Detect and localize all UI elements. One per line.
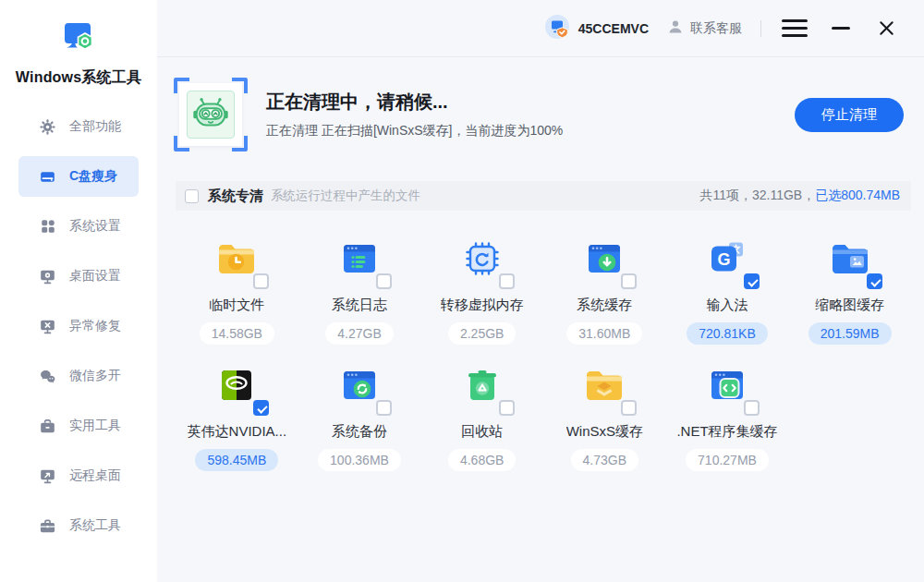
sidebar-item-all-functions[interactable]: 全部功能 xyxy=(18,106,139,147)
item-size-badge: 2.25GB xyxy=(448,322,516,345)
sidebar-item-desktop-settings[interactable]: 桌面设置 xyxy=(18,256,139,297)
person-icon xyxy=(667,18,684,39)
item-size-badge: 710.27MB xyxy=(686,449,769,471)
item-label: 缩略图缓存 xyxy=(815,297,884,314)
sidebar: Windows系统工具 全部功能 xyxy=(0,0,157,582)
gear-icon xyxy=(39,118,56,136)
sidebar-item-c-drive-slim[interactable]: C盘瘦身 xyxy=(18,156,139,197)
sidebar-item-label: 微信多开 xyxy=(69,368,121,384)
robot-scan-icon xyxy=(174,78,248,152)
item-size-badge: 4.27GB xyxy=(325,322,393,345)
cleanup-item-winsxs-cache[interactable]: WinSxS缓存 4.73GB xyxy=(543,358,666,471)
item-label: WinSxS缓存 xyxy=(566,423,643,441)
select-all-checkbox[interactable] xyxy=(185,189,199,203)
item-checkbox[interactable] xyxy=(253,400,269,416)
item-checkbox[interactable] xyxy=(744,273,760,289)
brand: Windows系统工具 xyxy=(0,0,157,88)
titlebar-divider xyxy=(760,20,761,37)
app-logo-icon xyxy=(57,46,100,62)
cleanup-item-system-cache[interactable]: 系统缓存 31.60MB xyxy=(543,231,666,345)
cleanup-item-nvidia[interactable]: 英伟达NVIDIA... 598.45MB xyxy=(176,358,298,471)
item-checkbox[interactable] xyxy=(867,273,882,289)
account[interactable]: 45CCEMVC xyxy=(544,14,649,43)
cleanup-item-input-method[interactable]: G 输入法 720.81KB xyxy=(666,231,789,345)
section-selected-size: 已选800.74MB xyxy=(815,188,900,202)
item-checkbox[interactable] xyxy=(499,400,515,416)
item-size-badge: 4.68GB xyxy=(448,449,516,471)
item-label: 转移虚拟内存 xyxy=(441,297,524,314)
item-label: 英伟达NVIDIA... xyxy=(188,423,287,441)
section-title: 系统专清 xyxy=(208,188,263,205)
item-size-badge: 100.36MB xyxy=(318,449,401,471)
item-label: .NET程序集缓存 xyxy=(676,423,777,441)
window-code-icon xyxy=(705,363,749,407)
sidebar-item-remote-desktop[interactable]: 远程桌面 xyxy=(18,455,139,496)
item-size-badge: 598.45MB xyxy=(195,449,278,471)
sidebar-nav: 全部功能 C盘瘦身 系 xyxy=(0,106,157,546)
section-summary: 共11项，32.11GB，已选800.74MB xyxy=(699,188,900,204)
item-label: 系统日志 xyxy=(332,297,387,314)
item-label: 系统备份 xyxy=(332,423,387,441)
window-log-icon xyxy=(337,236,382,281)
item-size-badge: 14.58GB xyxy=(200,322,274,345)
sidebar-item-system-settings[interactable]: 系统设置 xyxy=(18,206,139,247)
cleanup-items-grid: 临时文件 14.58GB 系统日志 4.27GB xyxy=(176,231,911,471)
item-size-badge: 201.59MB xyxy=(808,322,892,345)
item-checkbox[interactable] xyxy=(376,400,392,416)
wechat-bubbles-icon xyxy=(39,368,56,385)
cleanup-item-temp-files[interactable]: 临时文件 14.58GB xyxy=(176,231,298,345)
cpu-chip-icon xyxy=(460,236,505,281)
sidebar-item-label: 异常修复 xyxy=(69,318,121,334)
minimize-button[interactable] xyxy=(832,18,854,39)
account-name: 45CCEMVC xyxy=(578,21,649,36)
close-button[interactable] xyxy=(876,18,896,39)
window-download-icon xyxy=(582,236,626,281)
sidebar-item-label: 实用工具 xyxy=(69,418,121,434)
section-header: 系统专清 系统运行过程中产生的文件 共11项，32.11GB，已选800.74M… xyxy=(176,181,911,211)
contact-support-label: 联系客服 xyxy=(690,20,742,37)
cleanup-item-virtual-memory[interactable]: 转移虚拟内存 2.25GB xyxy=(420,231,543,345)
item-label: 临时文件 xyxy=(209,297,264,314)
item-label: 输入法 xyxy=(706,297,748,314)
svg-text:G: G xyxy=(717,250,730,269)
sidebar-item-label: 系统设置 xyxy=(69,218,121,235)
stop-cleaning-button[interactable]: 停止清理 xyxy=(795,98,904,132)
item-checkbox[interactable] xyxy=(621,400,637,416)
item-checkbox[interactable] xyxy=(253,273,269,289)
desktop-gear-icon xyxy=(39,268,56,285)
item-checkbox[interactable] xyxy=(744,400,760,416)
contact-support-button[interactable]: 联系客服 xyxy=(667,18,742,39)
section-totals: 共11项，32.11GB， xyxy=(699,188,815,202)
menu-button[interactable] xyxy=(782,18,808,39)
sidebar-item-wechat-multi[interactable]: 微信多开 xyxy=(18,356,139,396)
briefcase-icon xyxy=(39,517,56,535)
folder-clock-icon xyxy=(214,236,259,281)
hard-disk-icon xyxy=(39,168,56,186)
item-size-badge: 31.60MB xyxy=(566,322,642,345)
section-description: 系统运行过程中产生的文件 xyxy=(271,188,420,204)
sidebar-item-utilities[interactable]: 实用工具 xyxy=(18,406,139,446)
item-checkbox[interactable] xyxy=(621,273,637,289)
account-avatar-icon xyxy=(544,14,570,43)
cleanup-item-system-log[interactable]: 系统日志 4.27GB xyxy=(298,231,421,345)
sidebar-item-system-tools[interactable]: 系统工具 xyxy=(18,505,139,546)
remote-desktop-icon xyxy=(39,467,56,485)
cleanup-item-dotnet-cache[interactable]: .NET程序集缓存 710.27MB xyxy=(666,358,789,471)
repair-monitor-icon xyxy=(39,318,56,335)
sidebar-item-error-repair[interactable]: 异常修复 xyxy=(18,306,139,346)
item-size-badge: 4.73GB xyxy=(571,449,638,471)
item-checkbox[interactable] xyxy=(499,273,515,289)
cleanup-item-recycle-bin[interactable]: 回收站 4.68GB xyxy=(420,358,543,471)
sidebar-item-label: 桌面设置 xyxy=(69,268,121,285)
window-sync-icon xyxy=(337,363,382,407)
cleanup-item-thumbnail-cache[interactable]: 缩略图缓存 201.59MB xyxy=(788,231,911,345)
item-checkbox[interactable] xyxy=(376,273,392,289)
app-window: Windows系统工具 全部功能 xyxy=(0,0,924,582)
item-label: 系统缓存 xyxy=(577,297,632,314)
nvidia-icon xyxy=(214,363,259,407)
cleaning-header: 正在清理中，请稍候... 正在清理 正在扫描[WinSxS缓存]，当前进度为10… xyxy=(157,57,924,152)
grid-icon xyxy=(39,218,56,236)
sidebar-item-label: 全部功能 xyxy=(69,118,121,135)
folder-layers-icon xyxy=(582,363,626,407)
cleanup-item-system-backup[interactable]: 系统备份 100.36MB xyxy=(298,358,421,471)
